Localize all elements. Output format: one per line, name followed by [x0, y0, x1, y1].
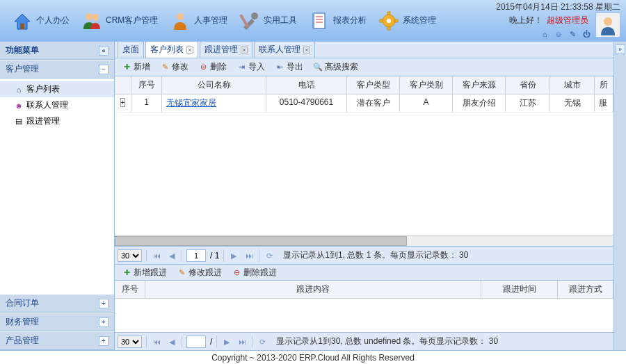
plus-icon[interactable]: +	[99, 336, 109, 346]
col-ctype[interactable]: 客户类型	[347, 76, 400, 94]
tools-icon	[239, 10, 261, 32]
tree-contact[interactable]: ☻联系人管理	[0, 97, 114, 113]
pager-top: 30 ⏮ ◀ / 1 ▶ ⏭ ⟳ 显示记录从1到1, 总数 1 条。每页显示记录…	[115, 246, 613, 264]
plus-icon[interactable]: +	[99, 299, 109, 308]
close-icon[interactable]: ×	[303, 47, 310, 53]
avatar[interactable]	[595, 13, 620, 38]
tab-followup[interactable]: 跟进管理×	[200, 41, 252, 58]
home-icon	[11, 10, 33, 32]
pager-bottom: 30 ⏮ ◀ / ▶ ⏭ ⟳ 显示记录从1到30, 总数 undefined 条…	[115, 332, 613, 350]
footer: Copyright ~ 2013-2020 ERP.Cloud All Righ…	[0, 350, 626, 364]
scroll-thumb[interactable]	[115, 236, 407, 246]
last-page-icon[interactable]: ⏭	[236, 336, 248, 347]
nav-tools[interactable]: 实用工具	[233, 4, 303, 38]
tree-followup[interactable]: ▤跟进管理	[0, 113, 114, 129]
page-input[interactable]	[186, 336, 206, 348]
close-icon[interactable]: ×	[241, 47, 248, 53]
plus-icon[interactable]: +	[99, 317, 109, 327]
col-last[interactable]: 所	[595, 76, 613, 94]
col-seq[interactable]: 序号	[131, 76, 162, 94]
nav-hr[interactable]: 人事管理	[163, 4, 233, 38]
add-followup-button[interactable]: ✚新增跟进	[118, 265, 171, 280]
datetime-label: 2015年04月14日 21:33:58 星期二	[496, 1, 620, 13]
svg-rect-5	[240, 14, 249, 27]
accordion-contract[interactable]: 合同订单+	[0, 294, 114, 313]
page-size-select[interactable]: 30	[118, 336, 142, 348]
notepad-icon	[308, 10, 330, 32]
tab-desktop[interactable]: 桌面	[118, 41, 144, 58]
company-link[interactable]: 无锡宜家家居	[166, 98, 216, 108]
export-button[interactable]: ⇤导出	[271, 60, 307, 74]
nav-report[interactable]: 报表分析	[303, 4, 372, 38]
svg-point-4	[251, 13, 258, 19]
svg-point-1	[86, 13, 93, 20]
next-page-icon[interactable]: ▶	[221, 336, 232, 347]
col-cclass[interactable]: 客户类别	[400, 76, 453, 94]
accordion-customer[interactable]: 客户管理 −	[0, 60, 114, 78]
scol-method[interactable]: 跟进方式	[558, 281, 613, 298]
right-collapse-icon[interactable]: »	[616, 44, 625, 54]
col-phone[interactable]: 电话	[266, 76, 347, 94]
table-row[interactable]: + 1 无锡宜家家居 0510-4790661 潜在客户 A 朋友介绍 江苏 无…	[115, 94, 613, 113]
svg-rect-0	[20, 24, 24, 29]
delete-followup-button[interactable]: ⊖删除跟进	[227, 265, 281, 280]
col-province[interactable]: 省份	[506, 76, 550, 94]
user-small-icon[interactable]: ☺	[554, 29, 563, 39]
prev-page-icon[interactable]: ◀	[166, 336, 177, 347]
row-expand-icon[interactable]: +	[120, 98, 126, 107]
next-page-icon[interactable]: ▶	[228, 250, 239, 261]
page-size-select[interactable]: 30	[118, 249, 142, 262]
tree: ⌂客户列表 ☻联系人管理 ▤跟进管理	[0, 78, 114, 294]
people-icon	[81, 10, 103, 32]
import-button[interactable]: ⇥导入	[232, 60, 269, 74]
refresh-icon[interactable]: ⟳	[257, 336, 268, 347]
last-page-icon[interactable]: ⏭	[243, 250, 255, 261]
scol-content[interactable]: 跟进内容	[145, 281, 481, 298]
home-sm-icon: ⌂	[14, 85, 24, 94]
refresh-icon[interactable]: ⟳	[264, 250, 275, 261]
plus-icon: ✚	[122, 63, 131, 72]
nav-system[interactable]: 系统管理	[372, 4, 442, 38]
close-icon[interactable]: ×	[186, 47, 193, 53]
scol-time[interactable]: 跟进时间	[481, 281, 558, 298]
add-button[interactable]: ✚新增	[118, 60, 154, 74]
tab-customer-list[interactable]: 客户列表×	[145, 41, 198, 58]
export-icon: ⇤	[275, 63, 284, 72]
top-nav: 个人办公 CRM客户管理 人事管理 实用工具 报表分析 系统管理 2015年04…	[0, 0, 626, 42]
col-city[interactable]: 城市	[550, 76, 595, 94]
minus-circle-icon: ⊖	[198, 63, 208, 72]
search-icon: 🔍	[313, 63, 323, 72]
customer-grid: 序号 公司名称 电话 客户类型 客户类别 客户来源 省份 城市 所 + 1 无锡…	[115, 76, 613, 246]
tree-customer-list[interactable]: ⌂客户列表	[0, 81, 114, 97]
tab-contact[interactable]: 联系人管理×	[254, 41, 315, 58]
edit-followup-button[interactable]: ✎修改跟进	[172, 265, 226, 280]
nav-personal[interactable]: 个人办公	[6, 4, 75, 38]
scol-seq[interactable]: 序号	[115, 281, 145, 298]
people-sm-icon: ☻	[14, 101, 24, 110]
svg-point-17	[604, 17, 612, 26]
edit-button[interactable]: ✎修改	[156, 60, 193, 74]
advsearch-button[interactable]: 🔍高级搜索	[309, 60, 362, 74]
sidebar-collapse-icon[interactable]: «	[99, 46, 109, 56]
first-page-icon[interactable]: ⏮	[151, 250, 162, 261]
accordion-finance[interactable]: 财务管理+	[0, 313, 114, 331]
home-small-icon[interactable]: ⌂	[540, 29, 549, 39]
h-scrollbar[interactable]	[115, 235, 613, 246]
right-collapse-strip[interactable]: »	[613, 42, 626, 350]
minus-icon[interactable]: −	[99, 65, 109, 74]
accordion-product[interactable]: 产品管理+	[0, 331, 114, 350]
prev-page-icon[interactable]: ◀	[166, 250, 177, 261]
subgrid-body	[115, 299, 613, 332]
logout-small-icon[interactable]: ⏻	[581, 29, 591, 39]
svg-rect-10	[312, 13, 314, 28]
nav-crm[interactable]: CRM客户管理	[75, 4, 163, 38]
delete-button[interactable]: ⊖删除	[194, 60, 231, 74]
col-company[interactable]: 公司名称	[162, 76, 266, 94]
first-page-icon[interactable]: ⏮	[151, 336, 162, 347]
svg-rect-16	[395, 19, 398, 22]
svg-point-2	[92, 14, 99, 21]
page-input[interactable]	[186, 249, 206, 262]
key-small-icon[interactable]: ✎	[568, 29, 577, 39]
col-source[interactable]: 客户来源	[453, 76, 506, 94]
person-icon	[169, 10, 191, 32]
